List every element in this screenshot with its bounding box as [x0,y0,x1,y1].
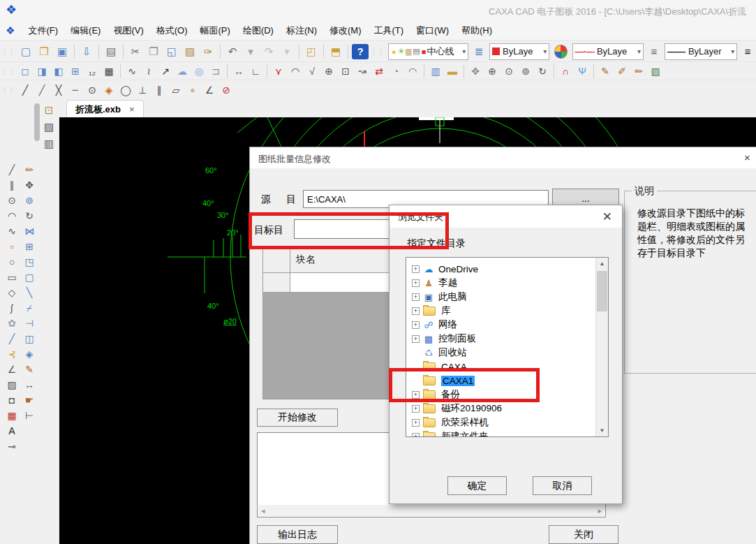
tree-expand-icon[interactable]: + [412,279,420,287]
cut-icon[interactable]: ✂ [127,44,144,59]
menu-item[interactable]: 修改(M) [323,22,368,40]
corner-tool-icon[interactable]: ◳ [22,254,37,270]
dim-linear-icon[interactable]: ↔ [231,64,246,78]
tree-item-label[interactable]: 欣荣采样机 [441,416,489,429]
scroll-right-icon[interactable]: ▸ [598,506,602,515]
module-bag-icon[interactable]: ⬒ [327,44,344,59]
lineweight-combobox[interactable]: —— ByLayer ▾ [665,43,737,60]
hatch-panel-icon[interactable]: ▨ [41,119,57,135]
view-3d-tool-icon[interactable]: ◈ [22,346,37,362]
arc-text-icon[interactable]: ◠ [288,64,303,78]
copy-basepoint-icon[interactable]: ◱ [163,44,180,59]
panel-gripper[interactable] [34,103,40,141]
break-tool-icon[interactable]: ⌿ [22,300,37,316]
tree-expand-icon[interactable]: + [412,293,420,301]
tree-item-OneDrive[interactable]: +☁OneDrive [406,262,608,276]
snap-intersection-icon[interactable]: ╳ [51,83,66,97]
document-tab[interactable]: 折流板.exb × [66,100,144,118]
parallel-tool-icon[interactable]: ∥ [4,177,20,193]
linetype-caret-icon[interactable]: ▾ [635,47,641,55]
menu-item[interactable]: 编辑(E) [64,22,107,40]
stamp-panel-icon[interactable]: ⊡ [41,102,57,119]
tree-expand-icon[interactable]: + [412,405,420,413]
grid-panel-icon[interactable]: ▥ [41,135,57,152]
save-import-icon[interactable]: ⇩ [78,44,95,59]
zigzag-line-icon[interactable]: ≀ [141,64,156,78]
table-plus-icon[interactable]: ▦ [4,408,20,423]
snap-center-icon[interactable]: ⊙ [84,83,100,97]
menu-item[interactable]: 幅面(P) [194,22,237,40]
dim-edit-tool-icon[interactable]: ✎ [22,362,37,377]
cancel-button[interactable]: 取消 [533,476,592,495]
snap-tangent-icon[interactable]: ◯ [118,83,133,97]
layer-caret-icon[interactable]: ▾ [459,47,466,55]
tree-scrollbar[interactable]: ▲ ▼ [595,258,608,436]
print-icon[interactable]: ▤ [103,44,119,59]
cloud-tool-icon[interactable]: ✿ [4,316,20,331]
lineweight-caret-icon[interactable]: ▾ [728,47,734,55]
toolbar-grip[interactable]: ⋮⋮ [371,48,385,55]
snap-off-icon[interactable]: ⊘ [218,83,234,97]
formula-curve-icon[interactable]: ⊰ [4,346,20,362]
folder-tree[interactable]: +☁OneDrive+♟李越+▣此电脑+库+☍网络+▩控制面板♺回收站CAXAC… [406,257,609,437]
axis-tool-icon[interactable]: ∠ [4,362,20,377]
block-tool-icon[interactable]: ◘ [4,392,20,408]
snap-quadrant-icon[interactable]: ◈ [101,83,117,97]
rotate-tool-icon[interactable]: ↻ [22,208,37,223]
screen-panel-icon[interactable]: ▥ [428,64,443,78]
snap-parallel-icon[interactable]: ∥ [151,83,167,97]
tree-item-label[interactable]: 回收站 [438,346,467,359]
datum-icon[interactable]: ⊕ [321,64,336,78]
scale-box-tool-icon[interactable]: ◫ [22,331,37,346]
plot-preview-icon[interactable]: ◰ [303,44,320,59]
magnet-icon[interactable]: ∩ [558,64,573,78]
serial-number-icon[interactable]: ₁₂ [84,64,100,78]
tree-item-label[interactable]: 网络 [438,318,457,331]
undo-icon[interactable]: ↶ [224,44,241,59]
tree-item-控制面板[interactable]: +▩控制面板 [406,332,608,346]
tree-item-回收站[interactable]: ♺回收站 [406,346,608,360]
mirror-tool-icon[interactable]: ⋈ [22,223,37,239]
linetype-settings-icon[interactable]: ≡ [646,44,662,59]
snap-nearest-icon[interactable]: ▱ [168,83,184,97]
leader-arrow-icon[interactable]: ↗ [158,64,173,78]
stretch-tool-icon[interactable]: ▢ [22,270,37,285]
layer-combobox[interactable]: ●✳▆▤■ 中心线 ▾ [388,43,468,60]
eraser-tool-icon[interactable]: ✏ [22,162,37,177]
menu-item[interactable]: 窗口(W) [410,22,455,40]
tree-item-label[interactable]: 库 [441,304,451,317]
move-tool-icon[interactable]: ✥ [22,177,37,193]
undo-caret-icon[interactable]: ▾ [242,44,259,59]
tree-expand-icon[interactable]: + [412,433,420,438]
center-circle-icon[interactable]: ◔ [388,64,403,78]
lineweight-settings-icon[interactable]: ≡ [740,44,755,59]
tree-item-李越[interactable]: +♟李越 [406,276,608,290]
horizontal-scrollbar[interactable]: ◂ ▸ [258,505,605,516]
scroll-up-icon[interactable]: ▲ [596,258,608,270]
brush-select-icon[interactable]: ✏ [631,64,646,78]
tree-item-网络[interactable]: +☍网络 [406,318,608,332]
y-filter-icon[interactable]: Ψ [575,64,590,78]
color-combobox[interactable]: ByLaye ▾ [489,43,549,60]
zoom-window-icon[interactable]: ⊙ [501,64,517,78]
snap-point-icon[interactable]: ∘ [185,83,200,97]
scroll-down-icon[interactable]: ▼ [596,425,608,436]
tree-expand-icon[interactable]: + [412,419,420,427]
arc-over-icon[interactable]: ◠ [405,64,420,78]
menu-item[interactable]: 帮助(H) [455,22,498,40]
snap-dash-icon[interactable]: ┄ [68,83,83,97]
copy-tool-icon[interactable]: ⊚ [22,193,37,208]
scrollbar-thumb[interactable] [597,271,607,311]
close-dialog-button[interactable]: 关闭 [549,525,618,544]
tree-item-label[interactable]: 磁环20190906 [441,402,502,415]
tree-item-欣荣采样机[interactable]: +欣荣采样机 [406,416,608,429]
menu-item[interactable]: 工具(T) [367,22,410,40]
redo-icon[interactable]: ↷ [260,44,277,59]
menu-item[interactable]: 视图(V) [107,22,149,40]
zoom-rotate-icon[interactable]: ↻ [535,64,550,78]
snap-angle-icon[interactable]: ∠ [202,83,217,97]
paste-icon[interactable]: ▨ [181,44,198,59]
array-tool-icon[interactable]: ⊞ [22,239,37,254]
trim-tool-icon[interactable]: ╲ [22,285,37,300]
extend-tool-icon[interactable]: ⊣ [22,316,37,331]
